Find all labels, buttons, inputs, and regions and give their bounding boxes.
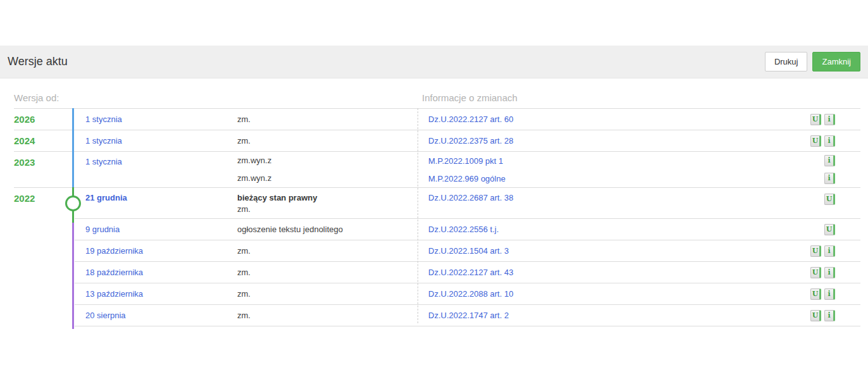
unified-text-icon[interactable]: U [810, 245, 821, 257]
row-icons: Ui [784, 288, 860, 300]
year-cell: 2024 [14, 130, 75, 151]
version-date-link[interactable]: 18 października [85, 268, 143, 277]
entry-changes: bieżący stan prawny zm. Dz.U.2022.2687 a… [226, 188, 860, 218]
year-entries: 21 grudnia bieżący stan prawny zm. Dz.U.… [75, 188, 860, 326]
unified-text-icon[interactable]: U [810, 288, 821, 300]
unified-text-icon[interactable]: U [810, 135, 821, 147]
change-row: zm. Dz.U.2022.1747 art. 2 Ui [226, 305, 860, 326]
journal-ref-link[interactable]: Dz.U.2022.1747 art. 2 [428, 311, 509, 320]
version-date-cell: 9 grudnia [75, 219, 226, 240]
print-button[interactable]: Drukuj [765, 52, 808, 71]
info-icon[interactable]: i [824, 288, 835, 300]
unified-text-icon[interactable]: U [824, 224, 835, 235]
entry-changes: zm. Dz.U.2022.2127 art. 43 Ui [226, 262, 860, 283]
journal-ref-link[interactable]: M.P.2022.969 ogólne [428, 174, 505, 183]
journal-ref-link[interactable]: Dz.U.2022.2127 art. 43 [428, 268, 513, 277]
change-row: zm. Dz.U.2022.2127 art. 43 Ui [226, 262, 860, 283]
change-type-cell: zm. [226, 268, 428, 278]
change-type-cell: zm. [226, 136, 428, 146]
version-entry: 21 grudnia bieżący stan prawny zm. Dz.U.… [75, 188, 860, 218]
version-date-cell: 13 października [75, 283, 226, 304]
change-type-label: zm.wyn.z [237, 173, 428, 183]
unified-text-icon[interactable]: U [824, 194, 835, 205]
year-label: 2026 [14, 114, 35, 125]
journal-ref-cell: M.P.2022.1009 pkt 1 [428, 156, 784, 166]
change-type-label: zm. [237, 204, 428, 214]
info-icon[interactable]: i [824, 155, 835, 166]
current-version-marker-icon [65, 195, 81, 211]
journal-ref-cell: Dz.U.2022.2127 art. 43 [428, 268, 784, 277]
version-entry: 20 sierpnia zm. Dz.U.2022.1747 art. 2 Ui [75, 304, 860, 326]
journal-ref-link[interactable]: Dz.U.2022.2556 t.j. [428, 225, 499, 234]
row-icons: U [784, 224, 860, 235]
info-icon[interactable]: i [824, 173, 835, 184]
year-cell: 2023 [14, 152, 75, 187]
version-entry: 1 stycznia zm. Dz.U.2022.2375 art. 28 Ui [75, 130, 860, 151]
column-divider-dashed-line [418, 108, 418, 323]
change-type-cell: zm.wyn.z [226, 173, 428, 183]
change-type-cell: zm.wyn.z [226, 156, 428, 166]
dialog-body: Wersja od: Informacje o zmianach 2026 1 … [0, 78, 868, 326]
change-type-label: zm. [237, 311, 428, 321]
entry-changes: zm. Dz.U.2022.2375 art. 28 Ui [226, 130, 860, 151]
year-label: 2023 [14, 157, 35, 168]
change-row: zm. Dz.U.2022.2375 art. 28 Ui [226, 130, 860, 151]
info-icon[interactable]: i [824, 267, 835, 278]
version-date-link[interactable]: 13 października [85, 289, 143, 299]
column-header-version-from: Wersja od: [14, 92, 59, 103]
version-date-cell: 19 października [75, 240, 226, 261]
change-type-label: zm. [237, 115, 428, 125]
journal-ref-link[interactable]: Dz.U.2022.2687 art. 38 [428, 193, 513, 202]
info-icon[interactable]: i [824, 135, 835, 147]
change-row: zm.wyn.z M.P.2022.969 ogólne i [226, 170, 860, 187]
journal-ref-cell: Dz.U.2022.2556 t.j. [428, 225, 784, 234]
unified-text-icon[interactable]: U [810, 114, 821, 125]
version-date-link[interactable]: 1 stycznia [85, 115, 122, 124]
journal-ref-cell: Dz.U.2022.1504 art. 3 [428, 246, 784, 256]
journal-ref-cell: Dz.U.2022.1747 art. 2 [428, 311, 784, 320]
journal-ref-link[interactable]: Dz.U.2022.1504 art. 3 [428, 246, 509, 256]
journal-ref-link[interactable]: Dz.U.2022.2088 art. 10 [428, 289, 513, 299]
journal-ref-link[interactable]: M.P.2022.1009 pkt 1 [428, 156, 503, 166]
row-icons: Ui [784, 135, 860, 147]
entry-changes: zm. Dz.U.2022.2088 art. 10 Ui [226, 283, 860, 304]
change-type-label: zm. [237, 289, 428, 299]
journal-ref-link[interactable]: Dz.U.2022.2375 art. 28 [428, 136, 513, 146]
row-icons: Ui [784, 310, 860, 321]
info-icon[interactable]: i [824, 310, 835, 321]
close-button[interactable]: Zamknij [812, 52, 860, 71]
version-date-link[interactable]: 1 stycznia [85, 157, 122, 166]
version-date-link[interactable]: 20 sierpnia [85, 311, 126, 320]
version-date-link[interactable]: 9 grudnia [85, 225, 120, 234]
change-row: zm. Dz.U.2022.2127 art. 60 Ui [226, 109, 860, 130]
row-icons: i [784, 173, 860, 184]
timeline-segment-blue [72, 108, 74, 187]
journal-ref-cell: M.P.2022.969 ogólne [428, 174, 784, 183]
journal-ref-link[interactable]: Dz.U.2022.2127 art. 60 [428, 115, 513, 124]
row-icons: Ui [784, 114, 860, 125]
version-date-cell: 1 stycznia [75, 109, 226, 130]
change-type-label: zm. [237, 268, 428, 278]
change-type-label: zm.wyn.z [237, 156, 428, 166]
version-entry: 9 grudnia ogłoszenie tekstu jednolitego … [75, 218, 860, 240]
info-icon[interactable]: i [824, 114, 835, 125]
year-group: 2024 1 stycznia zm. Dz.U.2022.2375 art. … [14, 130, 860, 151]
version-date-link[interactable]: 1 stycznia [85, 136, 122, 146]
journal-ref-cell: Dz.U.2022.2088 art. 10 [428, 289, 784, 299]
header-buttons: Drukuj Zamknij [765, 52, 860, 71]
unified-text-icon[interactable]: U [810, 310, 821, 321]
row-icons: Ui [784, 245, 860, 257]
version-date-link[interactable]: 21 grudnia [85, 193, 127, 202]
info-icon[interactable]: i [824, 245, 835, 257]
version-date-link[interactable]: 19 października [85, 246, 143, 256]
change-type-cell: bieżący stan prawny zm. [226, 193, 428, 214]
year-entries: 1 stycznia zm. Dz.U.2022.2375 art. 28 Ui [75, 130, 860, 151]
version-entry: 1 stycznia zm.wyn.z M.P.2022.1009 pkt 1 … [75, 152, 860, 187]
version-date-cell: 1 stycznia [75, 152, 226, 187]
dialog-header: Wersje aktu Drukuj Zamknij [0, 46, 868, 78]
version-entry: 13 października zm. Dz.U.2022.2088 art. … [75, 283, 860, 304]
change-row: ogłoszenie tekstu jednolitego Dz.U.2022.… [226, 219, 860, 240]
journal-ref-cell: Dz.U.2022.2127 art. 60 [428, 115, 784, 124]
unified-text-icon[interactable]: U [810, 267, 821, 278]
change-type-cell: zm. [226, 246, 428, 256]
